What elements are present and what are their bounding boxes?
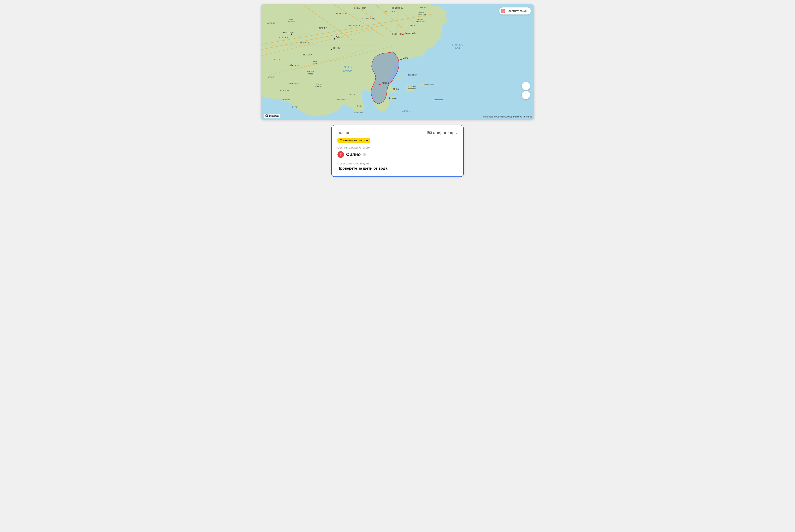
impact-row: 3 Силно ? — [338, 151, 457, 158]
svg-text:Miami: Miami — [403, 57, 408, 59]
improve-map-link[interactable]: Improve this map — [513, 115, 532, 118]
zoom-in-button[interactable]: + — [522, 82, 530, 90]
zoom-out-button[interactable]: − — [522, 91, 530, 99]
country-flag: 🇺🇸 — [427, 130, 432, 135]
svg-text:Dallas: Dallas — [336, 36, 342, 38]
svg-text:ARKANSAS: ARKANSAS — [336, 13, 347, 15]
svg-text:Jacksonville: Jacksonville — [404, 32, 416, 34]
svg-point-82 — [267, 116, 267, 116]
svg-text:Carib...: Carib... — [401, 109, 410, 112]
map-attribution: © Mapbox © OpenStreetMap Improve this ma… — [483, 115, 532, 118]
svg-text:CAROLINA: CAROLINA — [417, 14, 426, 15]
svg-text:Republic: Republic — [408, 88, 416, 90]
mapbox-label: mapbox — [269, 114, 279, 117]
country-name: Съединени щати — [433, 131, 457, 134]
legend-color-box — [501, 9, 505, 13]
svg-text:TEXAS: TEXAS — [319, 27, 327, 30]
svg-text:KENTUCKY: KENTUCKY — [392, 7, 403, 9]
attribution-text: © Mapbox © OpenStreetMap — [483, 115, 512, 118]
svg-text:SAN LUIS: SAN LUIS — [307, 71, 314, 73]
svg-text:LEÓN: LEÓN — [313, 62, 317, 64]
svg-point-58 — [334, 38, 335, 39]
svg-text:LOUISIANA: LOUISIANA — [348, 24, 360, 26]
impact-info-icon[interactable]: ? — [363, 153, 366, 156]
svg-text:Havana: Havana — [382, 82, 389, 84]
svg-text:OAXACA: OAXACA — [292, 106, 298, 108]
svg-text:Guadeloupe: Guadeloupe — [433, 99, 443, 101]
svg-text:GUERRERO: GUERRERO — [282, 99, 290, 100]
legend-label: Засегнат район — [507, 9, 527, 13]
svg-text:Jamaica: Jamaica — [389, 97, 397, 99]
impact-level-badge: 3 — [338, 151, 344, 158]
svg-text:SONORA: SONORA — [279, 37, 288, 39]
map-container: Gulf of Mexico Sargasso Sea Carib... KEN… — [261, 4, 534, 120]
svg-point-68 — [379, 83, 381, 85]
svg-point-66 — [400, 59, 402, 60]
svg-text:NUEVO: NUEVO — [312, 60, 318, 62]
damage-advice-text: Проверете за щети от вода — [338, 166, 457, 171]
zoom-controls: + − — [522, 82, 530, 99]
svg-text:NAYARIT: NAYARIT — [268, 76, 274, 78]
svg-point-60 — [331, 49, 332, 50]
svg-text:SOUTH: SOUTH — [417, 19, 423, 21]
svg-text:NORTH: NORTH — [418, 12, 424, 13]
svg-text:GUANAJUATO: GUANAJUATO — [288, 82, 298, 84]
info-card: 2022-10 🇺🇸 Съединени щати Тропически цик… — [331, 125, 464, 177]
card-country: 🇺🇸 Съединени щати — [427, 130, 457, 135]
svg-text:VERACRUZ: VERACRUZ — [315, 86, 323, 87]
svg-text:ARIZONA: ARIZONA — [267, 22, 277, 24]
svg-text:OKLAHOMA: OKLAHOMA — [354, 7, 366, 9]
svg-text:CHIHUAHUA: CHIHUAHUA — [300, 42, 311, 44]
svg-text:VIRGINIA: VIRGINIA — [417, 6, 427, 8]
svg-text:SINALOA: SINALOA — [272, 59, 280, 60]
svg-text:Dominican: Dominican — [408, 85, 417, 87]
impact-section-label: Оценка на въздействието — [338, 146, 457, 149]
svg-text:YUCATÁN: YUCATÁN — [349, 94, 356, 95]
svg-text:POTOSÍ: POTOSÍ — [308, 73, 313, 75]
svg-text:TENNESSEE: TENNESSEE — [383, 10, 396, 13]
svg-text:FLORIDA: FLORIDA — [392, 33, 403, 35]
svg-text:Belize: Belize — [357, 105, 362, 107]
svg-text:CAMPECHE: CAMPECHE — [337, 98, 345, 100]
svg-text:Sea: Sea — [455, 46, 460, 50]
card-header: 2022-10 🇺🇸 Съединени щати — [338, 130, 457, 135]
svg-text:CAROLINA: CAROLINA — [416, 21, 425, 23]
map-svg: Gulf of Mexico Sargasso Sea Carib... KEN… — [261, 4, 534, 120]
svg-text:Guatemala: Guatemala — [355, 112, 364, 114]
svg-text:Mexico: Mexico — [289, 64, 299, 67]
mapbox-logo: mapbox — [264, 114, 280, 118]
svg-text:Sargasso: Sargasso — [452, 43, 463, 46]
svg-text:Gulf of: Gulf of — [343, 65, 353, 69]
svg-text:MISSISSIPPI: MISSISSIPPI — [362, 17, 375, 19]
page-container: Gulf of Mexico Sargasso Sea Carib... KEN… — [261, 4, 534, 177]
svg-point-64 — [402, 34, 404, 36]
svg-text:Xalapa: Xalapa — [317, 83, 322, 85]
impact-text: Силно — [346, 152, 361, 157]
svg-text:Ciudad Juárez: Ciudad Juárez — [282, 32, 294, 34]
svg-text:MICHOACÁN: MICHOACÁN — [280, 90, 289, 91]
card-date: 2022-10 — [338, 131, 349, 134]
map-legend: Засегнат район — [499, 7, 531, 15]
svg-text:Puerto Rico: Puerto Rico — [424, 83, 434, 86]
event-type-tag: Тропически циклон — [338, 138, 371, 143]
damage-section-label: Съвет за възможни щети — [338, 162, 457, 165]
svg-text:Bahamas: Bahamas — [408, 74, 417, 76]
svg-text:NEW: NEW — [289, 18, 293, 20]
svg-text:Houston: Houston — [333, 47, 341, 49]
svg-text:COAHUILA: COAHUILA — [303, 54, 312, 56]
svg-text:Mexico: Mexico — [343, 69, 353, 73]
svg-text:GEORGIA: GEORGIA — [405, 24, 415, 26]
svg-text:MEXICO: MEXICO — [288, 20, 295, 22]
svg-text:Cuba: Cuba — [393, 88, 399, 91]
